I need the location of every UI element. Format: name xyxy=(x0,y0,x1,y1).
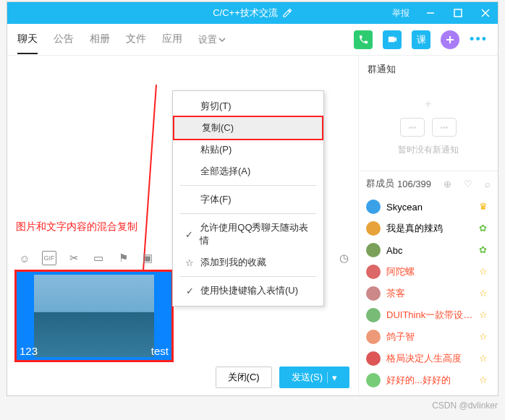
star-icon: ☆ xyxy=(479,266,491,278)
svg-rect-1 xyxy=(454,9,462,17)
send-button[interactable]: 发送(S)▾ xyxy=(279,367,349,388)
member-name: Abc xyxy=(386,245,473,256)
notice-placeholder-icon: ••• xyxy=(400,118,425,137)
star-icon: ☆ xyxy=(184,257,195,268)
menu-cut[interactable]: 剪切(T) xyxy=(173,95,323,117)
titlebar: C/C++技术交流 举报 xyxy=(7,2,498,24)
selection: 123 test xyxy=(17,272,171,360)
flag-icon[interactable]: ⚑ xyxy=(116,251,130,265)
member-row[interactable]: 格局决定人生高度☆ xyxy=(359,348,498,369)
menu-separator xyxy=(180,276,316,277)
notice-empty-text: 暂时没有新通知 xyxy=(359,144,498,156)
call-icon[interactable] xyxy=(354,30,373,49)
close-button[interactable] xyxy=(473,2,498,24)
tab-chat[interactable]: 聊天 xyxy=(17,25,38,54)
member-row[interactable]: DUIThink一款带设计器的UI☆ xyxy=(359,304,498,326)
course-icon[interactable]: 课 xyxy=(412,30,430,49)
member-row[interactable]: Abc✿ xyxy=(359,239,498,261)
avatar xyxy=(366,330,381,344)
chevron-down-icon[interactable]: ▾ xyxy=(327,372,337,383)
check-icon: ✓ xyxy=(184,286,195,296)
menu-separator xyxy=(180,185,316,186)
menu-select-all[interactable]: 全部选择(A) xyxy=(173,160,323,182)
admin-icon: ✿ xyxy=(479,244,491,256)
app-window: C/C++技术交流 举报 聊天 公告 相册 文件 应用 设置 课 ••• xyxy=(7,1,498,396)
more-icon[interactable]: ••• xyxy=(470,32,488,47)
avatar xyxy=(366,243,381,257)
notice-panel: + ••• ••• 暂时没有新通知 xyxy=(359,83,498,171)
chat-main: 图片和文字内容的混合复制 剪切(T) 复制(C) 粘贴(P) 全部选择(A) 字… xyxy=(7,56,359,395)
member-row[interactable]: 鸽子智☆ xyxy=(359,326,498,348)
title-text: C/C++技术交流 xyxy=(213,7,278,20)
contact-icon[interactable]: ♡ xyxy=(464,179,472,189)
menu-paste[interactable]: 粘贴(P) xyxy=(173,139,323,160)
tab-apps[interactable]: 应用 xyxy=(162,25,182,54)
avatar xyxy=(366,265,381,279)
group-icon[interactable]: ⊕ xyxy=(444,179,451,189)
annotation-text: 图片和文字内容的混合复制 xyxy=(16,220,137,233)
image-icon[interactable]: ▣ xyxy=(140,251,155,265)
chevron-down-icon xyxy=(218,36,226,43)
plus-icon: + xyxy=(425,98,431,111)
star-icon: ☆ xyxy=(479,331,491,343)
folder-icon[interactable]: ▭ xyxy=(91,251,106,265)
members-list: Skycean♛我是真的辣鸡✿Abc✿阿陀螺☆茶客☆DUIThink一款带设计器… xyxy=(359,196,498,395)
star-icon: ☆ xyxy=(479,353,491,364)
member-row[interactable]: 我是真的辣鸡✿ xyxy=(359,218,498,239)
check-icon: ✓ xyxy=(184,229,194,240)
avatar xyxy=(366,200,381,214)
owner-icon: ♛ xyxy=(479,201,491,213)
member-name: Skycean xyxy=(386,202,473,213)
video-icon[interactable] xyxy=(383,30,402,49)
menu-copy[interactable]: 复制(C) xyxy=(173,116,323,140)
context-menu: 剪切(T) 复制(C) 粘贴(P) 全部选择(A) 字体(F) ✓允许使用QQ秀… xyxy=(172,90,324,307)
emoji-icon[interactable]: ☺ xyxy=(17,251,32,265)
selection-text-right: test xyxy=(151,345,169,357)
minimize-button[interactable] xyxy=(418,2,443,24)
tab-notice[interactable]: 公告 xyxy=(54,25,74,54)
add-icon[interactable] xyxy=(441,30,459,49)
history-icon[interactable]: ◷ xyxy=(336,251,351,265)
search-icon[interactable]: ⌕ xyxy=(485,179,491,189)
member-name: 茶客 xyxy=(386,287,473,300)
member-row[interactable]: 好好的...好好的☆ xyxy=(359,369,498,391)
gif-icon[interactable]: GIF xyxy=(42,251,56,265)
member-row[interactable]: 阿陀螺☆ xyxy=(359,261,498,283)
report-link[interactable]: 举报 xyxy=(386,7,415,20)
star-icon: ☆ xyxy=(479,374,491,386)
member-name: 格局决定人生高度 xyxy=(386,352,473,365)
notice-placeholder-icon: ••• xyxy=(432,118,457,137)
member-name: 鸽子智 xyxy=(386,330,473,343)
message-input[interactable]: 123 test xyxy=(14,270,174,362)
menu-shortcut[interactable]: ✓使用快捷键输入表情(U) xyxy=(173,280,323,301)
edit-icon[interactable] xyxy=(282,8,292,18)
window-title: C/C++技术交流 xyxy=(213,7,292,20)
selection-text-left: 123 xyxy=(20,345,38,357)
menu-add-fav[interactable]: ☆添加到我的收藏 xyxy=(173,252,323,273)
menu-separator xyxy=(180,213,316,214)
avatar xyxy=(366,308,381,322)
members-header: 群成员 106/399 ⊕ ♡ ⌕ xyxy=(359,171,498,196)
notice-title: 群通知 xyxy=(359,56,498,83)
maximize-button[interactable] xyxy=(446,2,470,24)
member-row[interactable]: 茶客☆ xyxy=(359,283,498,304)
member-row[interactable]: Skycean♛ xyxy=(359,196,498,218)
menu-allow-qq[interactable]: ✓允许使用QQ秀聊天随动表情 xyxy=(173,217,323,252)
member-name: 我是真的辣鸡 xyxy=(386,222,473,235)
avatar xyxy=(366,351,381,366)
tab-settings[interactable]: 设置 xyxy=(198,25,226,54)
tab-files[interactable]: 文件 xyxy=(126,25,146,54)
star-icon: ☆ xyxy=(479,288,491,299)
pasted-image xyxy=(34,275,154,357)
scissors-icon[interactable]: ✂ xyxy=(67,251,81,265)
menu-font[interactable]: 字体(F) xyxy=(173,189,323,210)
input-toolbar: ☺ GIF ✂ ▭ ⚑ ▣ xyxy=(17,251,155,265)
member-name: 好好的...好好的 xyxy=(386,374,473,387)
toolbar: 聊天 公告 相册 文件 应用 设置 课 ••• xyxy=(7,24,498,56)
member-name: DUIThink一款带设计器的UI xyxy=(386,309,473,322)
members-count: 106/399 xyxy=(397,179,431,189)
tab-album[interactable]: 相册 xyxy=(90,25,110,54)
avatar xyxy=(366,221,381,236)
close-button[interactable]: 关闭(C) xyxy=(216,367,272,388)
sidebar: 群通知 + ••• ••• 暂时没有新通知 群成员 106/399 ⊕ ♡ ⌕ … xyxy=(359,56,498,395)
